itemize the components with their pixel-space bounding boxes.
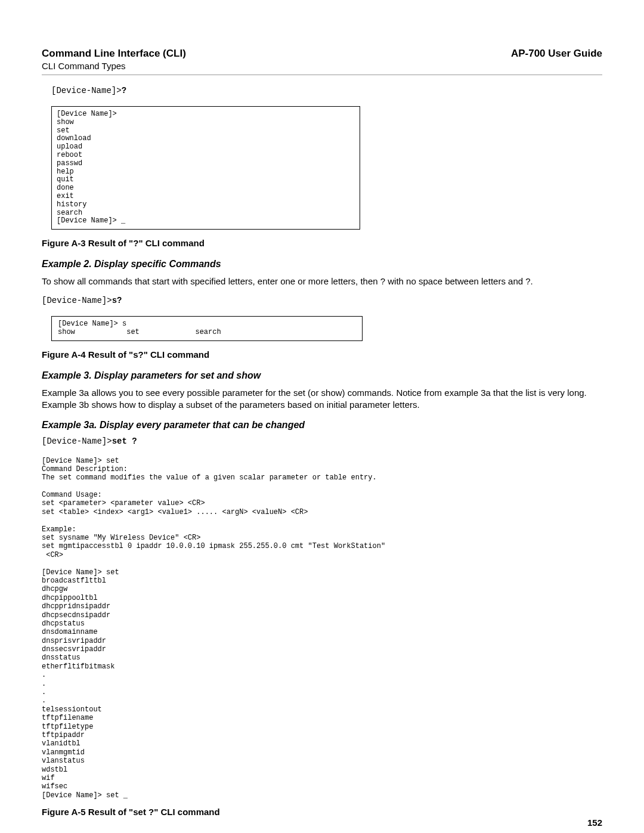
prompt-command: s? <box>112 296 122 305</box>
example3-text: Example 3a allows you to see every possi… <box>42 387 602 411</box>
figure-caption-a3: Figure A-3 Result of "?" CLI command <box>42 238 602 248</box>
doc-section-title: Command Line Interface (CLI) <box>42 48 186 60</box>
cli-output-block-3a: [Device Name]> set Command Description: … <box>42 457 602 800</box>
cli-prompt-1: [Device-Name]>? <box>51 86 602 95</box>
header-rule <box>42 75 602 75</box>
prompt-prefix: [Device-Name]> <box>42 296 112 305</box>
doc-guide-name: AP-700 User Guide <box>511 48 602 60</box>
figure-caption-a4: Figure A-4 Result of "s?" CLI command <box>42 349 602 360</box>
header-left: Command Line Interface (CLI) CLI Command… <box>42 48 186 71</box>
prompt-prefix: [Device-Name]> <box>42 436 112 446</box>
page-number: 152 <box>587 817 602 828</box>
header: Command Line Interface (CLI) CLI Command… <box>42 48 602 71</box>
prompt-prefix: [Device-Name]> <box>51 86 122 95</box>
prompt-command: ? <box>122 86 126 95</box>
cli-output-box-2: [Device Name]> s show set search <box>51 316 363 341</box>
figure-caption-a5: Figure A-5 Result of "set ?" CLI command <box>42 807 602 817</box>
cli-prompt-3a: [Device-Name]>set ? <box>42 436 602 446</box>
page: Command Line Interface (CLI) CLI Command… <box>0 0 644 833</box>
example2-heading: Example 2. Display specific Commands <box>42 259 602 270</box>
cli-output-box-1: [Device Name]> show set download upload … <box>51 106 360 230</box>
doc-section-subtitle: CLI Command Types <box>42 61 186 71</box>
example2-text: To show all commands that start with spe… <box>42 275 602 287</box>
cli-prompt-2: [Device-Name]>s? <box>42 296 602 305</box>
example3a-heading: Example 3a. Display every parameter that… <box>42 420 602 431</box>
example3-heading: Example 3. Display parameters for set an… <box>42 370 602 381</box>
prompt-command: set ? <box>112 436 137 446</box>
